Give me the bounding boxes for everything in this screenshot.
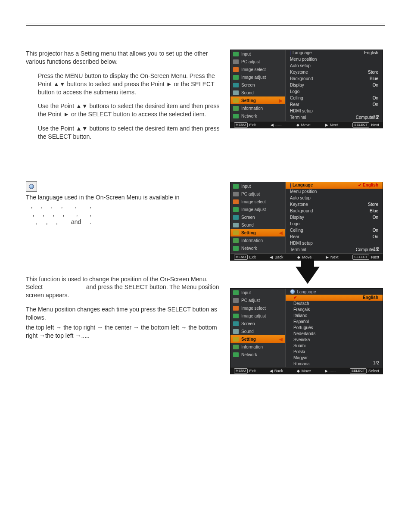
osd-left-item: Setting◀ bbox=[230, 335, 285, 343]
osd-language-item: Français bbox=[286, 307, 383, 313]
step-2: Use the Point ▲▼ buttons to select the d… bbox=[38, 102, 221, 118]
osd-item-icon bbox=[233, 238, 239, 243]
osd-right-item: Menu position bbox=[286, 56, 383, 63]
osd-language-item: ✔English bbox=[286, 295, 383, 301]
osd-item-icon bbox=[233, 223, 239, 227]
osd-right-item: Menu position bbox=[286, 189, 383, 195]
osd-right-item: KeystoneStore bbox=[286, 69, 383, 76]
osd-left-item: Information bbox=[230, 104, 285, 112]
osd-left-item: Setting▶ bbox=[230, 96, 285, 104]
osd-item-icon bbox=[233, 106, 239, 111]
osd-left-item: Image select bbox=[230, 304, 285, 312]
caret-left-icon: ◀ bbox=[279, 230, 283, 235]
osd-item-icon bbox=[233, 306, 239, 311]
osd-left-item: Sound bbox=[230, 327, 285, 335]
globe-icon bbox=[290, 50, 291, 56]
osd-language-item: Romana bbox=[286, 361, 383, 367]
caret-left-icon: ◀ bbox=[279, 337, 283, 342]
osd-right-item: TerminalComputer 2 bbox=[286, 115, 383, 121]
osd-right-item: Auto setup bbox=[286, 63, 383, 69]
osd-page-indicator: 1/2 bbox=[373, 247, 379, 252]
down-arrow-icon bbox=[296, 267, 320, 284]
osd-right-item: Language✔English bbox=[286, 182, 383, 189]
osd-right-item: HDMI setup bbox=[286, 108, 383, 115]
osd-item-icon bbox=[233, 290, 239, 295]
osd-language-item: Svenska bbox=[286, 337, 383, 343]
osd-left-item: Image adjust bbox=[230, 205, 285, 213]
osd-language-item: Magyar bbox=[286, 355, 383, 361]
caret-right-icon: ▶ bbox=[279, 98, 283, 103]
osd-item-icon bbox=[233, 314, 239, 318]
globe-icon bbox=[290, 289, 295, 294]
osd-right-item: TerminalComputer 2 bbox=[286, 247, 383, 253]
osd-left-item: Network bbox=[230, 112, 285, 120]
osd-right-item: DisplayOn bbox=[286, 215, 383, 221]
osd-right-item: CeilingOn bbox=[286, 95, 383, 102]
osd-item-icon bbox=[233, 352, 239, 357]
osd-item-icon bbox=[233, 75, 239, 80]
osd-left-item: Image adjust bbox=[230, 312, 285, 320]
osd-left-item: Screen bbox=[230, 320, 285, 327]
intro-text: This projector has a Setting menu that a… bbox=[26, 50, 221, 66]
osd-left-item: Network bbox=[230, 351, 285, 358]
osd-right-item: Auto setup bbox=[286, 195, 383, 202]
menupos-p2: The Menu position changes each time you … bbox=[26, 305, 221, 322]
osd-left-item: PC adjust bbox=[230, 190, 285, 198]
menupos-seq: the top left → the top right → the cente… bbox=[26, 324, 221, 340]
osd-right-item: HDMI setup bbox=[286, 240, 383, 247]
osd-page-indicator: 1/2 bbox=[373, 361, 379, 365]
osd-right-item: BackgroundBlue bbox=[286, 208, 383, 215]
osd-language-item: Polski bbox=[286, 349, 383, 355]
osd-item-icon bbox=[233, 337, 239, 342]
osd-screenshot-2: InputPC adjustImage selectImage adjustSc… bbox=[230, 182, 383, 261]
osd-language-item: Deutsch bbox=[286, 301, 383, 307]
osd-item-icon bbox=[233, 184, 239, 189]
osd-left-item: PC adjust bbox=[230, 296, 285, 304]
osd-left-item: Input bbox=[230, 50, 285, 58]
osd-left-item: Screen bbox=[230, 81, 285, 89]
osd-footer: MENU Exit ◀ Back ◆ Move ▶ ----- SELECT S… bbox=[230, 367, 383, 374]
osd-left-item: Setting◀ bbox=[230, 229, 285, 236]
osd-item-icon bbox=[233, 345, 239, 349]
osd-language-item: Nederlands bbox=[286, 331, 383, 337]
osd-right-item: KeystoneStore bbox=[286, 202, 383, 208]
osd-item-icon bbox=[233, 321, 239, 326]
osd-item-icon bbox=[233, 199, 239, 204]
osd-item-icon bbox=[233, 114, 239, 118]
osd-left-item: Network bbox=[230, 244, 285, 252]
osd-right-item: LanguageEnglish bbox=[286, 50, 383, 56]
osd-language-item: Português bbox=[286, 325, 383, 331]
osd-left-item: Information bbox=[230, 343, 285, 351]
osd-item-icon bbox=[233, 246, 239, 251]
osd-left-item: PC adjust bbox=[230, 58, 285, 65]
osd-left-item: Image adjust bbox=[230, 73, 285, 81]
osd-right-item: BackgroundBlue bbox=[286, 76, 383, 82]
osd-item-icon bbox=[233, 192, 239, 196]
osd-item-icon bbox=[233, 67, 239, 72]
osd-right-item: Logo bbox=[286, 221, 383, 227]
globe-icon-box bbox=[26, 181, 37, 192]
osd-screenshot-1: InputPC adjustImage selectImage adjustSc… bbox=[230, 50, 383, 128]
osd-item-icon bbox=[233, 52, 239, 56]
osd-right-item: RearOn bbox=[286, 102, 383, 108]
osd-right-item: CeilingOn bbox=[286, 227, 383, 234]
osd-item-icon bbox=[233, 59, 239, 64]
osd-item-icon bbox=[233, 298, 239, 303]
osd-footer: MENU Exit ◀ ----- ◆ Move ▶ Next SELECT N… bbox=[230, 121, 383, 128]
osd-right-item: DisplayOn bbox=[286, 82, 383, 89]
osd-left-item: Input bbox=[230, 182, 285, 190]
osd-item-icon bbox=[233, 329, 239, 334]
language-paragraph: The language used in the On-Screen Menu … bbox=[26, 193, 221, 226]
osd-left-item: Image select bbox=[230, 198, 285, 205]
globe-icon bbox=[29, 184, 34, 189]
step-3: Use the Point ▲▼ buttons to select the d… bbox=[38, 124, 221, 141]
osd-left-item: Information bbox=[230, 236, 285, 244]
osd-right-item: Logo bbox=[286, 89, 383, 95]
osd-item-icon bbox=[233, 83, 239, 87]
osd-language-item: Italiano bbox=[286, 313, 383, 319]
menupos-p1: This function is used to change the posi… bbox=[26, 275, 221, 300]
osd-left-item: Input bbox=[230, 289, 285, 296]
osd-item-icon bbox=[233, 230, 239, 235]
step-1: Press the MENU button to display the On-… bbox=[38, 72, 221, 96]
osd-screenshot-3: InputPC adjustImage selectImage adjustSc… bbox=[230, 288, 383, 374]
